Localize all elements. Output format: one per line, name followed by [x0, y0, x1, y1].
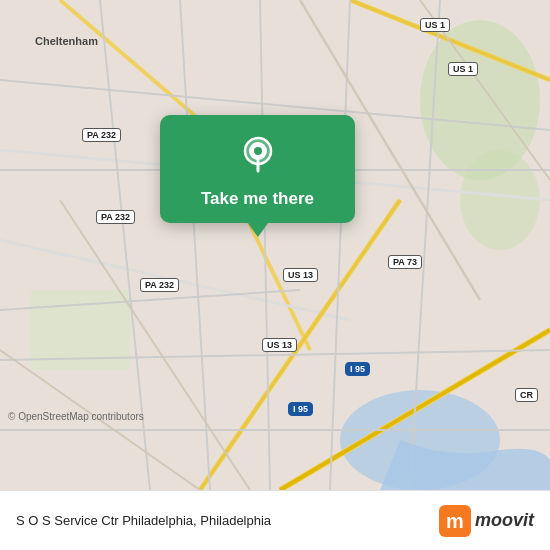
svg-point-31 — [254, 147, 262, 155]
svg-text:m: m — [446, 510, 464, 532]
copyright-text: © OpenStreetMap contributors — [8, 411, 144, 422]
svg-point-2 — [460, 150, 540, 250]
moovit-text-label: moovit — [475, 510, 534, 531]
shield-pa232-mid: PA 232 — [96, 210, 135, 224]
take-me-there-popup[interactable]: Take me there — [160, 115, 355, 223]
shield-pa232-left: PA 232 — [82, 128, 121, 142]
shield-cr: CR — [515, 388, 538, 402]
cheltenham-label: Cheltenham — [35, 35, 98, 47]
shield-us1-top: US 1 — [420, 18, 450, 32]
shield-pa232-bot: PA 232 — [140, 278, 179, 292]
shield-us13-bot: US 13 — [262, 338, 297, 352]
location-pin-icon — [235, 133, 281, 179]
shield-i95-mid: I 95 — [345, 362, 370, 376]
location-name: S O S Service Ctr Philadelphia, Philadel… — [16, 513, 439, 528]
take-me-there-label: Take me there — [201, 189, 314, 209]
moovit-logo: m moovit — [439, 505, 534, 537]
map-container: Cheltenham US 1 US 1 PA 232 PA 232 PA 23… — [0, 0, 550, 490]
shield-us13-mid: US 13 — [283, 268, 318, 282]
moovit-icon: m — [439, 505, 471, 537]
shield-i95-bot: I 95 — [288, 402, 313, 416]
shield-us1-mid: US 1 — [448, 62, 478, 76]
bottom-bar: S O S Service Ctr Philadelphia, Philadel… — [0, 490, 550, 550]
shield-pa73: PA 73 — [388, 255, 422, 269]
